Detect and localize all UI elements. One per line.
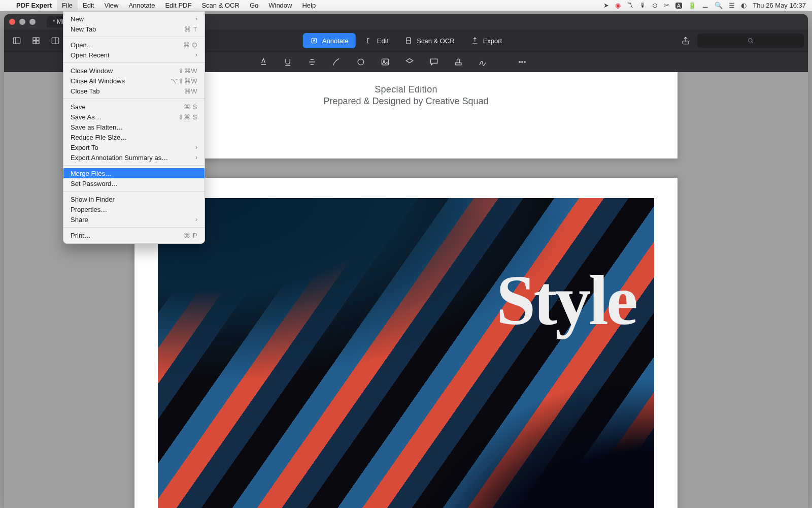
signature-icon[interactable]: [477, 56, 488, 68]
scissors-icon[interactable]: ✂: [664, 2, 669, 9]
image-icon[interactable]: [380, 56, 391, 68]
control-center-icon[interactable]: ☰: [729, 2, 735, 9]
menu-separator: [63, 191, 205, 192]
menu-item-label: Save As…: [71, 113, 178, 121]
file-menu-item[interactable]: New Tab⌘ T: [63, 24, 205, 34]
file-menu-item[interactable]: Close Tab⌘W: [63, 86, 205, 96]
menu-item-label: Save as Flatten…: [71, 123, 197, 131]
pen-icon[interactable]: [331, 56, 342, 68]
mode-annotate-button[interactable]: Annotate: [303, 33, 356, 48]
file-menu-item[interactable]: Export To›: [63, 142, 205, 152]
menubar-view[interactable]: View: [99, 0, 123, 11]
underline-icon[interactable]: [282, 56, 293, 68]
file-menu-item[interactable]: Share›: [63, 214, 205, 225]
menu-item-label: New: [71, 15, 195, 23]
app-name[interactable]: PDF Expert: [11, 2, 57, 9]
menubar-window[interactable]: Window: [263, 0, 297, 11]
chevron-right-icon: ›: [195, 154, 197, 161]
menubar-file[interactable]: File: [57, 0, 78, 11]
search-input[interactable]: [697, 34, 804, 48]
note-icon[interactable]: [404, 56, 415, 68]
share-icon[interactable]: [679, 34, 692, 47]
svg-rect-17: [455, 63, 461, 65]
svg-rect-15: [382, 59, 388, 65]
svg-point-18: [519, 61, 521, 63]
mode-scan-button[interactable]: Scan & OCR: [397, 33, 461, 48]
highlight-icon[interactable]: [258, 56, 269, 68]
file-menu-item[interactable]: Export Annotation Summary as…›: [63, 152, 205, 163]
menu-item-shortcut: ⌥⇧⌘W: [171, 77, 197, 85]
file-menu-item[interactable]: Open Recent›: [63, 50, 205, 60]
menubar-edit-pdf[interactable]: Edit PDF: [160, 0, 196, 11]
svg-point-12: [749, 39, 752, 42]
menu-item-label: Export Annotation Summary as…: [71, 154, 195, 162]
file-menu-item[interactable]: Reduce File Size…: [63, 132, 205, 142]
file-menu-item[interactable]: Open…⌘ O: [63, 40, 205, 50]
battery-icon[interactable]: 🔋: [688, 2, 696, 9]
macos-menubar: PDF Expert File Edit View Annotate Edit …: [0, 0, 812, 11]
svg-rect-3: [37, 38, 39, 40]
menu-item-shortcut: ⌘ S: [184, 103, 197, 111]
more-tools-icon[interactable]: [517, 56, 528, 68]
creative-icon[interactable]: 〽: [627, 2, 633, 9]
menu-item-shortcut: ⌘ P: [184, 232, 197, 239]
record-icon[interactable]: ◉: [615, 2, 621, 9]
menu-item-shortcut: ⌘W: [184, 87, 197, 95]
menubar-annotate[interactable]: Annotate: [123, 0, 160, 11]
file-menu-item[interactable]: Save⌘ S: [63, 102, 205, 112]
file-menu-item[interactable]: Save as Flatten…: [63, 122, 205, 132]
svg-point-20: [524, 61, 526, 63]
siri-icon[interactable]: ◐: [741, 2, 747, 9]
mode-export-button[interactable]: Export: [464, 33, 510, 48]
menu-item-label: Set Password…: [71, 180, 197, 187]
menu-item-label: Show in Finder: [71, 196, 197, 203]
chevron-right-icon: ›: [195, 216, 197, 223]
menubar-edit[interactable]: Edit: [78, 0, 99, 11]
svg-rect-5: [37, 41, 39, 44]
shape-icon[interactable]: [355, 56, 366, 68]
file-menu-item[interactable]: Close Window⇧⌘W: [63, 66, 205, 76]
menu-item-shortcut: ⇧⌘W: [178, 67, 197, 75]
split-view-icon[interactable]: [49, 34, 62, 47]
mode-edit-label: Edit: [377, 37, 388, 45]
strike-icon[interactable]: [307, 56, 318, 68]
spotlight-icon[interactable]: 🔍: [715, 2, 723, 9]
menu-item-label: Close Window: [71, 67, 178, 75]
file-menu-dropdown: New›New Tab⌘ TOpen…⌘ OOpen Recent›Close …: [63, 11, 205, 244]
comment-icon[interactable]: [428, 56, 439, 68]
window-close-button[interactable]: [9, 19, 15, 25]
menu-item-label: Print…: [71, 232, 184, 239]
menubar-datetime[interactable]: Thu 26 May 16:37: [753, 2, 806, 9]
menubar-go[interactable]: Go: [245, 0, 263, 11]
file-menu-item[interactable]: Merge Files…: [63, 168, 205, 178]
location-icon[interactable]: ➤: [603, 2, 609, 9]
mode-export-label: Export: [483, 37, 502, 45]
menu-item-shortcut: ⌘ O: [183, 41, 197, 49]
file-menu-item[interactable]: Print…⌘ P: [63, 230, 205, 240]
mode-edit-button[interactable]: Edit: [358, 33, 395, 48]
svg-point-14: [358, 59, 364, 65]
menubar-help[interactable]: Help: [297, 0, 321, 11]
window-zoom-button[interactable]: [29, 19, 36, 25]
stamp-icon[interactable]: [453, 56, 464, 68]
file-menu-item[interactable]: New›: [63, 14, 205, 24]
app-a-icon[interactable]: A: [675, 3, 682, 9]
chevron-right-icon: ›: [195, 51, 197, 58]
file-menu-item[interactable]: Save As…⇧⌘ S: [63, 112, 205, 122]
file-menu-item[interactable]: Show in Finder: [63, 194, 205, 204]
sidebar-toggle-icon[interactable]: [10, 34, 23, 47]
menubar-tray: ➤ ◉ 〽 🎙 ⊙ ✂ A 🔋 ⚊ 🔍 ☰ ◐ Thu 26 May 16:37: [597, 2, 812, 9]
mic-icon[interactable]: 🎙: [639, 2, 646, 9]
svg-point-19: [522, 61, 523, 63]
record-dot-icon[interactable]: ⊙: [652, 2, 658, 9]
window-minimize-button[interactable]: [19, 19, 25, 25]
pdf-page-1: Special Edition Prepared & Designed by C…: [134, 72, 678, 158]
wifi-icon[interactable]: ⚊: [702, 2, 708, 9]
thumbnails-icon[interactable]: [29, 34, 43, 47]
file-menu-item[interactable]: Close All Windows⌥⇧⌘W: [63, 76, 205, 86]
mode-scan-label: Scan & OCR: [417, 37, 454, 45]
file-menu-item[interactable]: Set Password…: [63, 178, 205, 188]
menubar-scan-ocr[interactable]: Scan & OCR: [196, 0, 244, 11]
file-menu-item[interactable]: Properties…: [63, 204, 205, 214]
doc-heading-line2: Prepared & Designed by Creative Squad: [134, 96, 678, 107]
